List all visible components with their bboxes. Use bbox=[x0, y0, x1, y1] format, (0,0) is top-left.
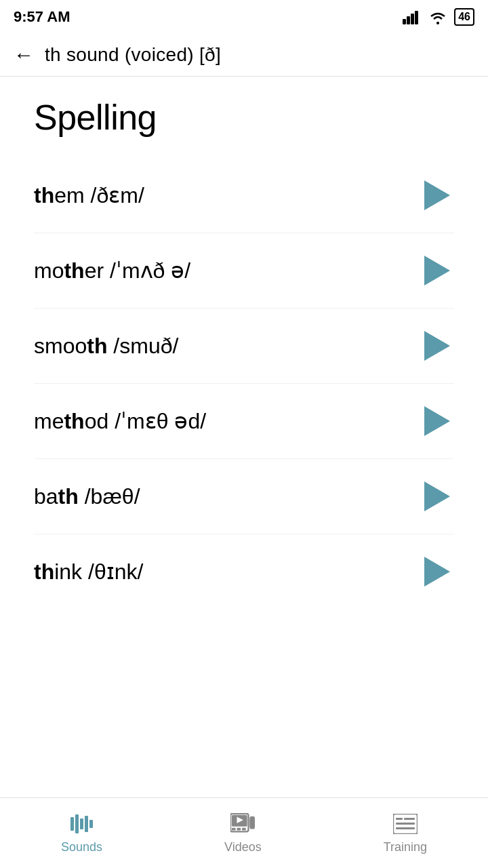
word-bold-smooth: th bbox=[87, 334, 107, 358]
word-item-think: think /θɪnk/ bbox=[34, 534, 454, 609]
word-item-bath: bath /bæθ/ bbox=[34, 459, 454, 534]
page-title: th sound (voiced) [ð] bbox=[45, 44, 221, 66]
word-bold-bath: th bbox=[58, 484, 79, 509]
battery-icon: 46 bbox=[454, 8, 474, 26]
back-button[interactable]: ← bbox=[14, 43, 34, 66]
svg-rect-19 bbox=[396, 818, 403, 820]
play-button-bath[interactable] bbox=[420, 479, 454, 513]
play-triangle-bath bbox=[424, 481, 450, 511]
svg-rect-21 bbox=[396, 827, 415, 829]
nav-item-training[interactable]: Training bbox=[370, 806, 441, 860]
svg-rect-15 bbox=[242, 828, 246, 831]
sounds-icon bbox=[70, 812, 94, 836]
svg-rect-2 bbox=[411, 14, 414, 24]
nav-item-sounds[interactable]: Sounds bbox=[47, 806, 116, 860]
word-bold-mother: th bbox=[64, 258, 84, 283]
svg-rect-0 bbox=[403, 19, 406, 24]
nav-label-sounds: Sounds bbox=[61, 840, 102, 854]
svg-rect-23 bbox=[404, 818, 415, 820]
header: ← th sound (voiced) [ð] bbox=[0, 34, 488, 77]
status-icons: 46 bbox=[403, 8, 474, 26]
word-item-them: them /ðɛm/ bbox=[34, 158, 454, 233]
play-button-smooth[interactable] bbox=[420, 329, 454, 363]
svg-rect-5 bbox=[70, 817, 74, 831]
play-triangle-smooth bbox=[424, 331, 450, 361]
svg-rect-3 bbox=[415, 11, 418, 24]
svg-rect-8 bbox=[85, 816, 88, 832]
status-time: 9:57 AM bbox=[14, 8, 70, 26]
play-triangle-mother bbox=[424, 256, 450, 285]
play-button-think[interactable] bbox=[420, 555, 454, 589]
word-item-mother: mother /ˈmʌð ə/ bbox=[34, 233, 454, 308]
play-button-them[interactable] bbox=[420, 178, 454, 212]
signal-icon bbox=[403, 9, 422, 24]
nav-label-videos: Videos bbox=[224, 840, 262, 854]
nav-label-training: Training bbox=[384, 840, 427, 854]
svg-rect-14 bbox=[237, 828, 241, 831]
status-bar: 9:57 AM 46 bbox=[0, 0, 488, 34]
svg-rect-6 bbox=[75, 814, 79, 833]
word-item-smooth: smooth /smuð/ bbox=[34, 309, 454, 383]
word-text-think: think /θɪnk/ bbox=[34, 559, 143, 585]
svg-rect-7 bbox=[80, 818, 83, 829]
word-text-them: them /ðɛm/ bbox=[34, 182, 144, 208]
word-bold-think: th bbox=[34, 559, 54, 584]
wifi-icon bbox=[428, 9, 447, 24]
word-bold-them: th bbox=[34, 183, 54, 208]
nav-item-videos[interactable]: Videos bbox=[211, 806, 275, 860]
svg-rect-20 bbox=[396, 823, 415, 825]
word-text-mother: mother /ˈmʌð ə/ bbox=[34, 258, 190, 283]
svg-point-4 bbox=[436, 22, 439, 24]
word-item-method: method /ˈmɛθ əd/ bbox=[34, 384, 454, 458]
play-triangle-think bbox=[424, 557, 450, 587]
play-triangle-them bbox=[424, 180, 450, 210]
training-icon bbox=[393, 812, 418, 836]
videos-icon bbox=[230, 812, 255, 836]
word-text-smooth: smooth /smuð/ bbox=[34, 334, 178, 359]
word-bold-method: th bbox=[64, 409, 84, 433]
svg-rect-13 bbox=[232, 828, 236, 831]
main-content: Spelling them /ðɛm/ mother /ˈmʌð ə/ smoo… bbox=[0, 77, 488, 609]
word-text-bath: bath /bæθ/ bbox=[34, 484, 140, 509]
svg-rect-1 bbox=[407, 16, 410, 24]
play-triangle-method bbox=[424, 406, 450, 436]
play-button-mother[interactable] bbox=[420, 254, 454, 288]
play-button-method[interactable] bbox=[420, 404, 454, 438]
section-title: Spelling bbox=[34, 97, 454, 138]
bottom-nav: Sounds Videos bbox=[0, 797, 488, 868]
word-text-method: method /ˈmɛθ əd/ bbox=[34, 408, 206, 434]
svg-rect-9 bbox=[89, 820, 93, 828]
